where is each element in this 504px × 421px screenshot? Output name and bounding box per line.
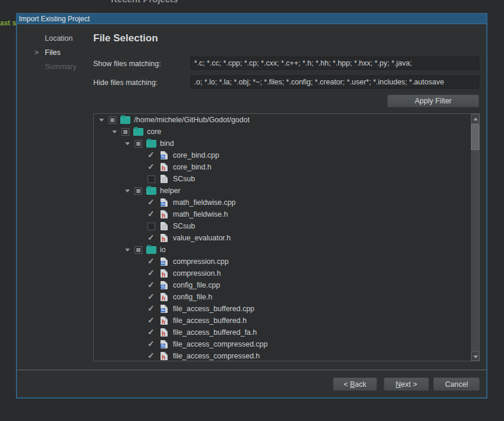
folder-icon <box>146 140 156 148</box>
tree-item-label: SCsub <box>173 175 195 183</box>
h-file-icon <box>161 234 168 242</box>
partial-checkbox[interactable] <box>109 116 116 124</box>
folder-icon <box>146 187 156 195</box>
folder-icon <box>120 116 130 124</box>
file-tree[interactable]: /home/michele/GitHub/Godot/godotcorebind… <box>93 113 480 361</box>
tree-item-label: SCsub <box>173 222 195 230</box>
tree-row-file[interactable]: compression.cpp <box>94 256 479 267</box>
tree-item-label: file_access_buffered.h <box>173 316 247 325</box>
desktop-background: { "background": { "top_text": "Recent Pr… <box>0 0 504 421</box>
cpp-file-icon <box>161 340 168 348</box>
partial-checkbox[interactable] <box>135 246 142 254</box>
tree-row-folder[interactable]: io <box>94 244 479 256</box>
tree-row-folder[interactable]: core <box>94 126 479 138</box>
tree-row-file[interactable]: file_access_compressed.h <box>94 350 479 361</box>
checked-checkbox[interactable] <box>148 211 155 218</box>
tree-row-file[interactable]: compression.h <box>94 267 479 279</box>
checked-checkbox[interactable] <box>148 317 155 325</box>
cancel-button[interactable]: Cancel <box>433 377 480 391</box>
checked-checkbox[interactable] <box>148 152 155 159</box>
partial-checkbox[interactable] <box>135 140 142 148</box>
next-label-mnemonic: N <box>395 380 401 389</box>
indent-spacer <box>136 303 148 315</box>
scroll-up-icon[interactable] <box>471 114 479 123</box>
partial-checkbox[interactable] <box>122 128 129 136</box>
partial-checkbox[interactable] <box>135 187 142 195</box>
h-file-icon <box>161 352 168 360</box>
scroll-down-icon[interactable] <box>471 351 479 361</box>
tree-row-file[interactable]: SCsub <box>94 220 479 232</box>
checked-checkbox[interactable] <box>148 353 155 360</box>
tree-item-label: compression.h <box>173 269 221 278</box>
dialog-titlebar[interactable]: Import Existing Project <box>17 14 486 24</box>
h-file-icon <box>161 210 168 218</box>
checked-checkbox[interactable] <box>148 258 155 266</box>
expand-arrow-icon[interactable] <box>123 138 135 149</box>
wizard-steps: > Location > Files > Summary <box>31 31 102 74</box>
expand-arrow-icon[interactable] <box>123 185 135 197</box>
show-files-input[interactable] <box>191 57 479 70</box>
tree-row-file[interactable]: file_access_buffered.h <box>94 315 479 327</box>
indent-spacer <box>136 161 148 173</box>
unchecked-checkbox[interactable] <box>148 223 155 230</box>
tree-row-file[interactable]: file_access_buffered_fa.h <box>94 327 479 338</box>
background-recent-projects-label: Recent Projects <box>111 0 178 4</box>
tree-row-file[interactable]: math_fieldwise.cpp <box>94 197 479 208</box>
checked-checkbox[interactable] <box>148 329 155 337</box>
tree-row-file[interactable]: file_access_buffered.cpp <box>94 303 479 315</box>
checked-checkbox[interactable] <box>148 305 155 313</box>
expand-arrow-icon[interactable] <box>110 126 122 138</box>
cancel-label: Cancel <box>445 380 468 389</box>
tree-row-file[interactable]: config_file.cpp <box>94 279 479 291</box>
tree-row-file[interactable]: core_bind.h <box>94 161 479 173</box>
checked-checkbox[interactable] <box>148 234 155 242</box>
next-label-suffix: ext > <box>401 380 417 389</box>
indent-spacer <box>136 232 148 244</box>
wizard-step-files: > Files <box>31 45 102 60</box>
tree-item-label: math_fieldwise.h <box>173 210 228 218</box>
next-button[interactable]: Next > <box>384 377 429 391</box>
indent-spacer <box>136 208 148 220</box>
tree-row-folder[interactable]: bind <box>94 138 479 149</box>
h-file-icon <box>161 163 168 171</box>
tree-row-file[interactable]: math_fieldwise.h <box>94 208 479 220</box>
indent-spacer <box>136 149 148 161</box>
tree-row-file[interactable]: config_file.h <box>94 291 479 303</box>
indent-spacer <box>136 350 148 361</box>
expand-arrow-icon[interactable] <box>97 114 109 126</box>
tree-row-file[interactable]: core_bind.cpp <box>94 149 479 161</box>
indent-spacer <box>136 220 148 232</box>
tree-row-file[interactable]: value_evaluator.h <box>94 232 479 244</box>
tree-row-file[interactable]: file_access_compressed.cpp <box>94 338 479 350</box>
checked-checkbox[interactable] <box>148 341 155 348</box>
apply-filter-button[interactable]: Apply Filter <box>387 94 479 107</box>
footer-divider <box>17 370 486 370</box>
expand-arrow-icon[interactable] <box>123 244 135 256</box>
wizard-step-location: > Location <box>31 31 102 45</box>
checked-checkbox[interactable] <box>148 270 155 278</box>
dialog-title: Import Existing Project <box>19 15 90 23</box>
page-title: File Selection <box>93 32 158 44</box>
show-files-label: Show files matching: <box>93 60 161 68</box>
checked-checkbox[interactable] <box>148 199 155 207</box>
back-button[interactable]: < Back <box>333 377 377 391</box>
folder-icon <box>146 246 156 254</box>
tree-scrollbar[interactable] <box>471 114 479 361</box>
indent-spacer <box>136 197 148 208</box>
checked-checkbox[interactable] <box>148 293 155 301</box>
wizard-step-label: Files <box>45 48 60 57</box>
unchecked-checkbox[interactable] <box>148 175 155 183</box>
checked-checkbox[interactable] <box>148 282 155 289</box>
tree-item-label: bind <box>160 139 174 148</box>
hide-files-input[interactable] <box>191 76 479 89</box>
tree-row-folder[interactable]: /home/michele/GitHub/Godot/godot <box>94 114 479 126</box>
h-file-icon <box>161 269 168 278</box>
scrollbar-thumb[interactable] <box>471 124 479 150</box>
checked-checkbox[interactable] <box>148 164 155 171</box>
tree-row-folder[interactable]: helper <box>94 185 479 197</box>
tree-row-file[interactable]: SCsub <box>94 173 479 185</box>
doc-file-icon <box>161 175 168 183</box>
tree-item-label: file_access_buffered_fa.h <box>173 328 257 337</box>
tree-item-label: file_access_buffered.cpp <box>173 305 254 313</box>
tree-item-label: helper <box>160 187 181 195</box>
